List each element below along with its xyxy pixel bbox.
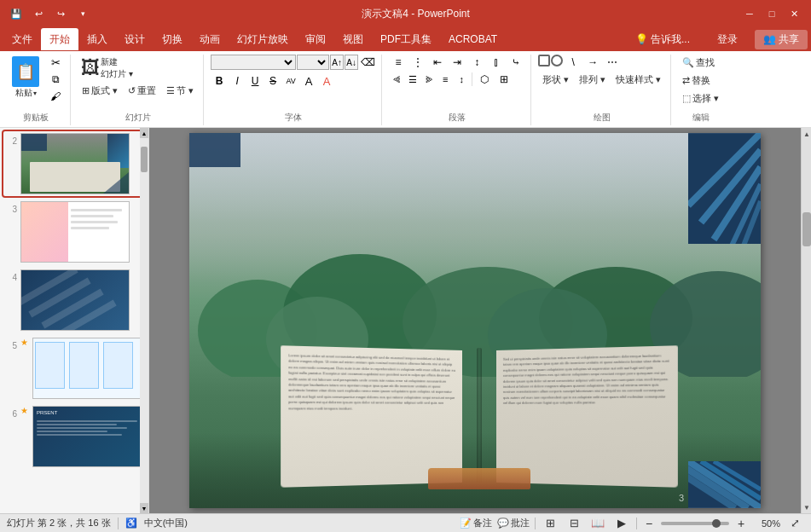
- undo-button[interactable]: ↩: [29, 4, 48, 23]
- format-painter-button[interactable]: 🖌: [46, 89, 65, 104]
- slide-sorter-button[interactable]: ⊟: [565, 516, 583, 531]
- slide-number-3: 3: [5, 205, 17, 214]
- slide-canvas[interactable]: Lorem ipsum dolor sit amet consectetur a…: [189, 133, 761, 508]
- menu-view[interactable]: 视图: [334, 28, 372, 50]
- font-size-select[interactable]: [297, 55, 329, 70]
- panel-scroll-down[interactable]: ▼: [140, 503, 148, 513]
- scroll-track[interactable]: [802, 140, 811, 501]
- menu-acrobat[interactable]: ACROBAT: [440, 28, 506, 50]
- char-spacing-button[interactable]: AV: [282, 73, 299, 89]
- slide-thumb-2[interactable]: 2: [3, 131, 145, 196]
- share-button[interactable]: 👥 共享: [755, 30, 808, 49]
- zoom-in-button[interactable]: +: [734, 517, 748, 530]
- close-button[interactable]: ✕: [784, 5, 804, 22]
- reset-button[interactable]: ↺重置: [124, 83, 160, 99]
- comments-button[interactable]: 💬 批注: [497, 517, 530, 529]
- reading-view-button[interactable]: 📖: [588, 516, 607, 531]
- scroll-up-arrow[interactable]: ▲: [802, 128, 811, 140]
- text-direction-button[interactable]: ⤷: [507, 55, 525, 70]
- menu-insert[interactable]: 插入: [78, 28, 116, 50]
- tell-me-button[interactable]: 💡 告诉我...: [625, 30, 700, 49]
- customize-button[interactable]: ▾: [73, 4, 92, 23]
- layout-button[interactable]: ⊞版式 ▾: [78, 83, 122, 99]
- align-left-button[interactable]: ⫷: [389, 72, 404, 86]
- list-bullet-button[interactable]: ≡: [389, 55, 408, 70]
- shape-line[interactable]: \: [564, 55, 582, 70]
- scroll-down-arrow[interactable]: ▼: [802, 501, 811, 513]
- zoom-slider-thumb[interactable]: [712, 519, 721, 528]
- align-justify-button[interactable]: ≡: [437, 72, 453, 86]
- shape-arrow[interactable]: →: [583, 55, 602, 70]
- select-button[interactable]: ⬚选择 ▾: [678, 90, 723, 107]
- text-highlight-button[interactable]: A: [318, 73, 335, 89]
- find-button[interactable]: 🔍查找: [678, 55, 723, 71]
- ribbon-content: 📋 粘贴 ▾ ✂ ⧉ 🖌 剪贴板: [0, 51, 811, 127]
- indent-decrease-button[interactable]: ⇤: [428, 55, 447, 70]
- strikethrough-button[interactable]: S: [264, 73, 281, 89]
- slide-thumb-4[interactable]: 4: [3, 268, 145, 332]
- scroll-thumb[interactable]: [802, 212, 811, 246]
- corner-tr: [688, 133, 761, 244]
- menu-home[interactable]: 开始: [41, 28, 78, 50]
- menu-file[interactable]: 文件: [3, 28, 41, 50]
- login-button[interactable]: 登录: [707, 30, 748, 49]
- hand: [428, 468, 530, 489]
- save-button[interactable]: 💾: [7, 4, 26, 23]
- slide-preview-3: [20, 201, 130, 263]
- arrange-button[interactable]: 排列 ▾: [575, 72, 610, 88]
- replace-button[interactable]: ⇄替换: [678, 72, 723, 89]
- line-spacing-button[interactable]: ↕: [454, 72, 469, 86]
- fit-to-window-button[interactable]: ⤢: [785, 516, 804, 531]
- menu-transitions[interactable]: 切换: [154, 28, 191, 50]
- smartart-button[interactable]: ⬡: [475, 72, 494, 87]
- zoom-out-button[interactable]: −: [642, 517, 656, 530]
- clear-format-button[interactable]: ⌫: [359, 55, 376, 70]
- menu-review[interactable]: 审阅: [297, 28, 334, 50]
- font-color-button[interactable]: A: [300, 73, 317, 89]
- font-size-decrease[interactable]: A↓: [345, 55, 358, 70]
- shape-more[interactable]: ⋯: [603, 55, 622, 70]
- paste-button[interactable]: 📋 粘贴 ▾: [7, 55, 44, 104]
- menu-pdf[interactable]: PDF工具集: [372, 28, 440, 50]
- minimize-button[interactable]: ─: [739, 5, 760, 22]
- quick-styles-button[interactable]: 快速样式 ▾: [611, 72, 665, 88]
- slideshow-button[interactable]: ▶: [612, 516, 631, 531]
- normal-view-button[interactable]: ⊞: [541, 516, 559, 531]
- menu-slideshow[interactable]: 幻灯片放映: [229, 28, 297, 50]
- paragraph-settings-button[interactable]: ↕: [467, 55, 486, 70]
- panel-scroll-up[interactable]: ▲: [140, 128, 148, 138]
- slide-thumb-6[interactable]: 6 ★ PRSENT: [3, 404, 145, 469]
- bold-button[interactable]: B: [211, 73, 228, 89]
- slide-thumb-5[interactable]: 5 ★: [3, 336, 145, 401]
- align-center-button[interactable]: ☰: [405, 72, 420, 86]
- slide-thumb-3[interactable]: 3: [3, 200, 145, 264]
- menu-design[interactable]: 设计: [116, 28, 154, 50]
- zoom-level[interactable]: 50%: [753, 518, 780, 529]
- shapes-button[interactable]: 形状 ▾: [538, 72, 573, 88]
- align-right-button[interactable]: ⫸: [421, 72, 437, 86]
- notes-button[interactable]: 📝 备注: [460, 517, 492, 529]
- clipboard-group: 📋 粘贴 ▾ ✂ ⧉ 🖌 剪贴板: [2, 55, 71, 125]
- shape-circle[interactable]: [551, 55, 563, 66]
- section-button[interactable]: ☰节 ▾: [162, 83, 198, 99]
- slide-number-4: 4: [5, 273, 17, 282]
- new-slide-button[interactable]: 🖼 新建 幻灯片 ▾: [78, 55, 136, 82]
- list-number-button[interactable]: ⋮: [408, 55, 427, 70]
- copy-button[interactable]: ⧉: [46, 72, 65, 87]
- restore-button[interactable]: □: [762, 5, 782, 22]
- menu-animations[interactable]: 动画: [191, 28, 229, 50]
- underline-button[interactable]: U: [246, 73, 264, 89]
- font-name-select[interactable]: [211, 55, 296, 70]
- panel-scroll-thumb[interactable]: [141, 147, 148, 172]
- cut-button[interactable]: ✂: [46, 55, 65, 70]
- shape-rect[interactable]: [538, 55, 550, 66]
- zoom-slider[interactable]: [661, 522, 729, 525]
- indent-increase-button[interactable]: ⇥: [448, 55, 466, 70]
- font-size-increase[interactable]: A↑: [330, 55, 344, 70]
- convert-to-smartart-button[interactable]: ⊞: [495, 72, 513, 87]
- slides-label: 幻灯片: [78, 110, 198, 125]
- redo-button[interactable]: ↪: [51, 4, 70, 23]
- columns-button[interactable]: ⫿: [487, 55, 506, 70]
- italic-button[interactable]: I: [229, 73, 246, 89]
- editing-group: 🔍查找 ⇄替换 ⬚选择 ▾ 编辑: [673, 55, 728, 125]
